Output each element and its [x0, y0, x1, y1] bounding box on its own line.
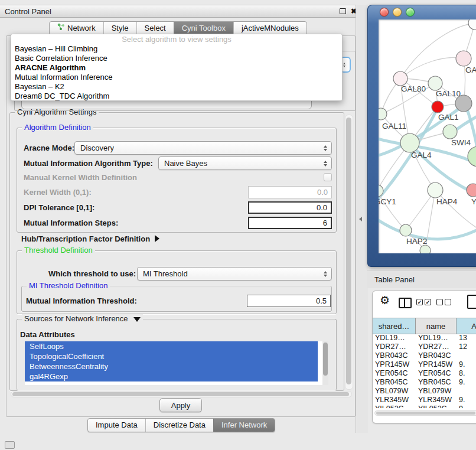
select-all-checkbox-icon[interactable]: ✓ [416, 299, 423, 305]
hub-definition-toggle[interactable]: Hub/Transcription Factor Definition [21, 234, 159, 243]
window-buttons [380, 8, 415, 17]
table-row[interactable]: YPR145WYPR145W9. [373, 360, 476, 369]
table-row[interactable]: YBR045CYBR045C9. [373, 377, 476, 386]
tab-discretize-data[interactable]: Discretize Data [145, 419, 213, 432]
screen: Control Panel ✖ NetworkStyleSelectCyni T… [0, 0, 476, 450]
algorithm-option-mutual-information-inference[interactable]: Mutual Information Inference [11, 73, 342, 82]
algorithm-option-aracne-algorithm[interactable]: ARACNE Algorithm [11, 63, 342, 73]
network-node-hap2[interactable] [400, 224, 412, 236]
table-header-row: shared…nameA [373, 318, 476, 334]
tab-label: Infer Network [221, 419, 267, 432]
column-layout-icon[interactable] [399, 298, 412, 308]
list-scrollbar-track[interactable] [322, 341, 328, 385]
float-window-icon[interactable] [340, 8, 346, 14]
table-cell: YER054C [416, 369, 457, 377]
network-node[interactable] [455, 95, 472, 112]
select-all-checkbox-icon[interactable]: ✓ [425, 299, 431, 305]
table-row[interactable]: YBL079WYBL079W [373, 386, 476, 395]
bottom-tabbar: Impute DataDiscretize DataInfer Network [87, 418, 275, 432]
algorithm-option-basic-correlation-inference[interactable]: Basic Correlation Inference [11, 54, 342, 63]
algorithm-option-bayesian-k2[interactable]: Bayesian – K2 [11, 82, 342, 92]
settings-horizontal-scrollbar[interactable] [11, 391, 352, 397]
column-header-a[interactable]: A [457, 318, 476, 334]
table-row[interactable]: YDR27…YDR27…12 [373, 342, 476, 351]
column-header-name[interactable]: name [416, 318, 457, 334]
node-label-gal10: GAL10 [436, 89, 461, 98]
network-node[interactable] [468, 146, 476, 167]
tab-label: Network [67, 22, 96, 35]
table-row[interactable]: YDL19…YDL19…13 [373, 333, 476, 342]
data-attribute-item-betweennesscentrality[interactable]: BetweennessCentrality [25, 361, 318, 371]
deselect-all-checkbox-icon[interactable] [445, 299, 451, 305]
network-node-swi4[interactable] [443, 125, 457, 139]
mi-threshold-input[interactable]: 0.5 [247, 295, 331, 307]
mi-steps-label: Mutual Information Steps: [24, 217, 118, 229]
data-attribute-item-selfloops[interactable]: SelfLoops [25, 341, 318, 351]
tab-jactivemnodules[interactable]: jActiveMNodules [233, 22, 307, 35]
manual-kernel-width-checkbox[interactable] [324, 173, 332, 181]
collapse-arrow-icon [133, 317, 141, 322]
tab-label: Style [112, 22, 129, 35]
gear-icon[interactable]: ⚙ [380, 295, 390, 306]
mi-algorithm-type-select[interactable]: Naive Bayes [158, 156, 332, 170]
list-scrollbar-thumb[interactable] [323, 343, 328, 376]
table-cell: YER054C [373, 369, 416, 377]
table-cell: YPR145W [416, 360, 457, 369]
data-attributes-list: SelfLoopsTopologicalCoefficientBetweenne… [25, 341, 328, 385]
settings-horizontal-scrollbar-thumb[interactable] [12, 392, 349, 396]
tab-select[interactable]: Select [136, 22, 174, 35]
dpi-tolerance-input[interactable]: 0.0 [248, 201, 332, 214]
data-attribute-item-gal4rgexp[interactable]: gal4RGexp [25, 371, 318, 381]
close-traffic-light-icon[interactable] [380, 8, 389, 17]
mi-steps-input[interactable]: 6 [248, 217, 332, 229]
dpi-tolerance-label: DPI Tolerance [0,1]: [24, 201, 94, 214]
network-node-hap4[interactable] [428, 182, 443, 198]
sources-group-title[interactable]: Sources for Network Inference [22, 314, 143, 323]
table-row[interactable]: YBR043CYBR043C [373, 351, 476, 360]
network-node-gal1[interactable] [432, 101, 444, 113]
network-node-gal80[interactable] [393, 71, 407, 86]
tab-style[interactable]: Style [103, 22, 136, 35]
network-node-gal4[interactable] [400, 133, 419, 152]
algorithm-option-dream8-dc-tdc-algorithm[interactable]: Dream8 DC_TDC Algorithm [11, 92, 342, 101]
network-view-window: GALGAL80GAL10GAL1GAL11SWI4GAL4GCY1HAP4YH… [367, 5, 476, 267]
table-row[interactable]: YIL052CYIL052C9. [373, 404, 476, 408]
which-threshold-select[interactable]: MI Threshold [137, 267, 332, 281]
network-node-y[interactable] [467, 184, 476, 197]
table-horizontal-scrollbar-thumb[interactable] [376, 412, 475, 415]
network-node[interactable] [468, 19, 476, 30]
tab-impute-data[interactable]: Impute Data [88, 419, 145, 432]
network-node-gal11[interactable] [379, 108, 387, 120]
threshold-definition-title: Threshold Definition [22, 246, 95, 255]
deselect-all-checkbox-icon[interactable] [436, 299, 443, 305]
mi-algorithm-type-value: Naive Bayes [164, 159, 207, 168]
table-cell: 12 [457, 343, 476, 351]
zoom-traffic-light-icon[interactable] [406, 8, 415, 17]
kernel-width-input[interactable]: 0.0 [248, 186, 332, 198]
docked-panel-icon[interactable] [5, 441, 15, 449]
table-cell: YLR345W [416, 396, 457, 404]
network-node[interactable] [420, 245, 431, 253]
which-threshold-value: MI Threshold [143, 269, 188, 278]
data-attribute-item-topologicalcoefficient[interactable]: TopologicalCoefficient [25, 351, 318, 361]
apply-button[interactable]: Apply [159, 398, 202, 412]
network-canvas[interactable]: GALGAL80GAL10GAL1GAL11SWI4GAL4GCY1HAP4YH… [379, 19, 476, 253]
minimize-traffic-light-icon[interactable] [393, 8, 402, 17]
tab-infer-network[interactable]: Infer Network [213, 419, 275, 432]
network-node-gal[interactable] [456, 51, 471, 66]
table-row[interactable]: YLR345WYLR345W9. [373, 395, 476, 404]
algorithm-option-bayesian-hill-climbing[interactable]: Bayesian – Hill Climbing [11, 44, 342, 54]
table-row[interactable]: YER054CYER054C8. [373, 369, 476, 377]
table-panel-titlebar: Table Panel [367, 270, 476, 288]
table-cell: 9. [457, 396, 476, 404]
aracne-mode-select[interactable]: Discovery [74, 141, 332, 155]
settings-vertical-scrollbar-thumb[interactable] [346, 118, 351, 384]
tab-cyni-toolbox[interactable]: Cyni Toolbox [174, 22, 233, 35]
column-header-shared[interactable]: shared… [373, 318, 416, 334]
network-node-gal10[interactable] [428, 76, 442, 90]
new-table-icon[interactable] [467, 295, 476, 309]
tab-label: Cyni Toolbox [182, 22, 226, 35]
tab-network[interactable]: Network [50, 22, 103, 35]
splitter-collapse-icon[interactable] [359, 217, 362, 221]
table-horizontal-scrollbar[interactable] [374, 410, 476, 416]
